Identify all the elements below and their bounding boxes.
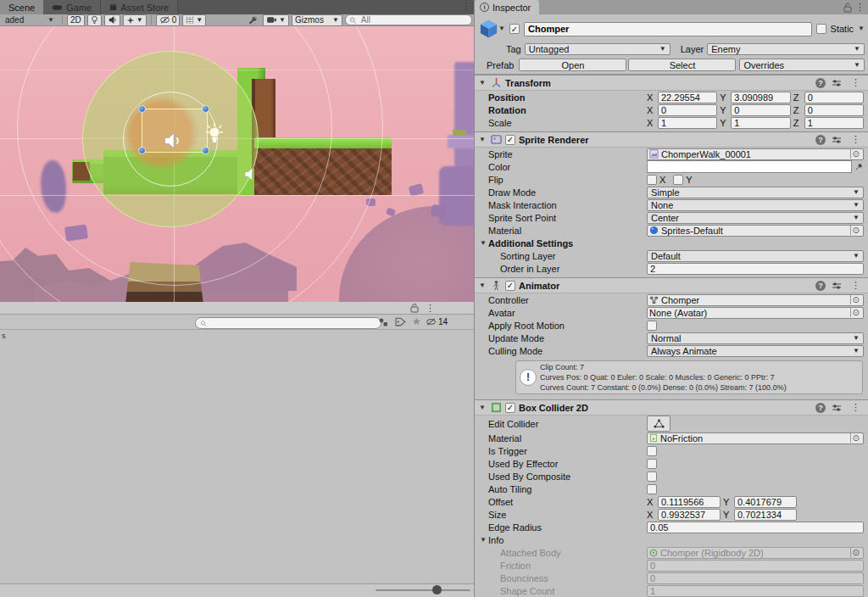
offset-y-input[interactable]	[734, 496, 797, 508]
presets-icon[interactable]	[832, 282, 842, 290]
used-by-effector-checkbox[interactable]	[647, 459, 657, 469]
scale-y-input[interactable]	[731, 117, 790, 129]
project-search-field[interactable]	[195, 317, 381, 329]
presets-icon[interactable]	[832, 136, 842, 144]
sprite-renderer-header[interactable]: ▼ ✓ Sprite Renderer ? ⋮	[475, 132, 868, 148]
prefab-select-button[interactable]: Select	[628, 59, 736, 71]
object-picker-icon[interactable]: ⊙	[850, 295, 861, 304]
gameobject-active-checkbox[interactable]: ✓	[509, 24, 520, 34]
label-filter-icon[interactable]	[395, 317, 406, 326]
object-picker-icon[interactable]: ⊙	[850, 433, 861, 443]
prefab-open-button[interactable]: Open	[519, 59, 626, 71]
sort-point-dropdown[interactable]: Center▼	[647, 212, 864, 224]
flip-x-checkbox[interactable]	[647, 175, 657, 185]
box-collider-enabled-checkbox[interactable]: ✓	[505, 403, 515, 413]
selection-handle[interactable]	[138, 147, 146, 154]
thumbnail-zoom-slider-knob[interactable]	[432, 585, 442, 594]
scene-tools-button[interactable]	[244, 14, 260, 26]
presets-icon[interactable]	[832, 79, 842, 87]
component-menu-icon[interactable]: ⋮	[848, 279, 864, 292]
auto-tiling-checkbox[interactable]	[647, 484, 657, 494]
help-icon[interactable]: ?	[815, 281, 826, 291]
project-search-input[interactable]	[209, 318, 376, 329]
scene-search-field[interactable]	[345, 14, 472, 25]
sprite-object-field[interactable]: ChomperWalk_00001 ⊙	[647, 148, 864, 160]
is-trigger-checkbox[interactable]	[647, 446, 657, 456]
collider-info-foldout[interactable]: ▼ Info	[475, 533, 868, 546]
culling-mode-dropdown[interactable]: Always Animate▼	[647, 345, 864, 357]
mode-2d-button[interactable]: 2D	[67, 14, 85, 26]
eyedropper-icon[interactable]	[854, 162, 864, 171]
lock-icon[interactable]	[843, 3, 852, 13]
inspector-menu-icon[interactable]: ⋮	[852, 1, 868, 14]
sprite-renderer-enabled-checkbox[interactable]: ✓	[505, 135, 515, 145]
audio-source-gizmo-icon[interactable]	[243, 167, 259, 181]
component-menu-icon[interactable]: ⋮	[848, 76, 864, 89]
gizmos-dropdown[interactable]: Gizmos▼	[292, 14, 342, 26]
edit-collider-button[interactable]	[647, 416, 670, 432]
component-menu-icon[interactable]: ⋮	[848, 401, 864, 414]
asset-type-filter-icon[interactable]	[378, 317, 388, 327]
size-y-input[interactable]	[734, 509, 797, 521]
selection-handle[interactable]	[202, 147, 209, 154]
project-panel-menu-icon[interactable]: ⋮	[422, 302, 438, 315]
animator-header[interactable]: ▼ ✓ Animator ? ⋮	[475, 278, 868, 293]
sorting-layer-dropdown[interactable]: Default▼	[647, 250, 864, 262]
scale-x-input[interactable]	[658, 117, 717, 129]
static-checkbox[interactable]	[816, 24, 826, 34]
gameobject-cube-icon[interactable]: ▼	[480, 18, 505, 40]
component-menu-icon[interactable]: ⋮	[848, 133, 864, 146]
gameobject-name-input[interactable]	[524, 22, 812, 36]
chevron-down-icon[interactable]: ▼	[858, 25, 865, 32]
help-icon[interactable]: ?	[815, 135, 826, 145]
foldout-arrow-icon[interactable]: ▼	[479, 404, 487, 411]
used-by-composite-checkbox[interactable]	[647, 471, 657, 482]
order-in-layer-input[interactable]	[647, 263, 864, 275]
layer-dropdown[interactable]: Enemy▼	[707, 43, 865, 55]
scene-lighting-button[interactable]	[87, 14, 102, 26]
position-z-input[interactable]	[804, 92, 864, 103]
foldout-arrow-icon[interactable]: ▼	[479, 79, 487, 86]
scale-z-input[interactable]	[804, 117, 864, 129]
audio-source-gizmo-icon[interactable]	[163, 131, 183, 150]
animator-enabled-checkbox[interactable]: ✓	[505, 281, 515, 291]
object-picker-icon[interactable]: ⊙	[850, 149, 861, 159]
scene-visibility-button[interactable]: 0	[156, 14, 181, 26]
tab-scene[interactable]: Scene	[0, 0, 43, 14]
grid-settings-button[interactable]: ▼	[182, 14, 206, 26]
scene-effects-button[interactable]: ▼	[123, 14, 147, 26]
sr-material-object-field[interactable]: Sprites-Default ⊙	[647, 225, 864, 237]
position-y-input[interactable]	[731, 92, 790, 103]
mask-interaction-dropdown[interactable]: None▼	[647, 199, 864, 211]
thumbnail-zoom-slider[interactable]	[376, 589, 470, 591]
shading-mode-dropdown[interactable]: aded▼	[2, 14, 58, 26]
object-picker-icon[interactable]: ⊙	[850, 308, 861, 317]
color-swatch[interactable]	[647, 160, 852, 173]
presets-icon[interactable]	[832, 404, 842, 412]
scene-panel-menu-icon[interactable]: ⋮	[458, 0, 474, 14]
offset-x-input[interactable]	[658, 496, 721, 508]
favorites-star-icon[interactable]: ★	[412, 315, 421, 327]
flip-y-checkbox[interactable]	[673, 175, 683, 185]
light-gizmo-icon[interactable]	[205, 122, 224, 148]
box-collider-header[interactable]: ▼ ✓ Box Collider 2D ? ⋮	[475, 400, 868, 416]
update-mode-dropdown[interactable]: Normal▼	[647, 332, 864, 344]
help-icon[interactable]: ?	[815, 403, 826, 413]
additional-settings-foldout[interactable]: ▼ Additional Settings	[475, 237, 868, 249]
tab-game[interactable]: Game	[43, 0, 101, 14]
transform-header[interactable]: ▼ Transform ? ⋮	[475, 75, 868, 91]
help-icon[interactable]: ?	[815, 78, 826, 88]
object-picker-icon[interactable]: ⊙	[850, 226, 861, 235]
rotation-x-input[interactable]	[658, 104, 717, 116]
controller-object-field[interactable]: Chomper ⊙	[647, 294, 864, 306]
avatar-object-field[interactable]: None (Avatar) ⊙	[647, 307, 864, 319]
project-visibility-icon[interactable]: 14	[426, 317, 448, 326]
draw-mode-dropdown[interactable]: Simple▼	[647, 187, 864, 198]
rotation-z-input[interactable]	[804, 104, 864, 116]
bc-material-object-field[interactable]: NoFriction ⊙	[647, 432, 864, 444]
size-x-input[interactable]	[658, 509, 721, 521]
lock-icon[interactable]	[410, 303, 419, 313]
prefab-overrides-dropdown[interactable]: Overrides▼	[739, 59, 865, 71]
scene-viewport[interactable]	[0, 26, 474, 302]
edge-radius-input[interactable]	[647, 522, 864, 533]
